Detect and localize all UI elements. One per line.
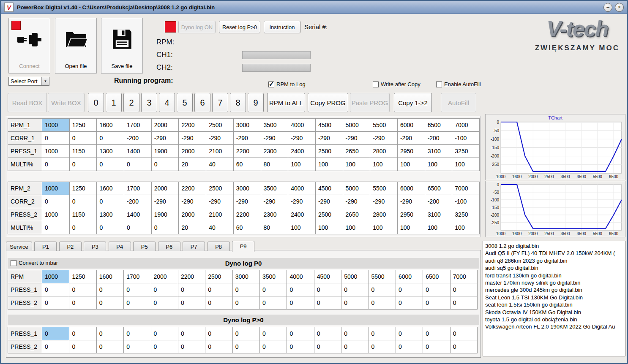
table-cell[interactable]: 1000 — [42, 182, 70, 195]
table-cell[interactable]: 100 — [288, 221, 316, 234]
table-cell[interactable]: 60 — [233, 158, 261, 171]
table-cell[interactable]: 100 — [370, 221, 398, 234]
tab-p5[interactable]: P5 — [133, 242, 156, 251]
table-cell[interactable]: 100 — [288, 158, 316, 171]
convert-to-mbar-checkbox[interactable]: Convert to mbar — [11, 260, 58, 266]
table-cell[interactable]: 0 — [396, 283, 423, 296]
save-file-button[interactable]: Save file — [101, 18, 143, 74]
table-cell[interactable]: 100 — [397, 158, 425, 171]
table-cell[interactable]: 1700 — [124, 182, 152, 195]
table-cell[interactable]: 0 — [232, 340, 259, 353]
table-cell[interactable]: 2200 — [178, 270, 205, 283]
table-cell[interactable]: 0 — [341, 327, 369, 340]
table-cell[interactable]: 7000 — [450, 270, 477, 283]
rpm-to-all-button[interactable]: RPM to ALL — [267, 93, 305, 112]
table-cell[interactable]: 3100 — [425, 145, 452, 158]
tab-p7[interactable]: P7 — [183, 242, 205, 251]
table-cell[interactable]: 2300 — [261, 208, 288, 221]
table-cell[interactable]: 80 — [261, 158, 288, 171]
table-cell[interactable]: 80 — [261, 221, 288, 234]
table-cell[interactable]: 0 — [450, 283, 477, 296]
table-cell[interactable]: 2400 — [288, 145, 316, 158]
table-cell[interactable]: 0 — [423, 327, 450, 340]
table-cell[interactable]: 0 — [287, 327, 314, 340]
table-cell[interactable]: 0 — [42, 158, 70, 171]
table-cell[interactable]: 0 — [96, 296, 123, 310]
minimize-button[interactable]: – — [603, 3, 612, 12]
digit-button-6[interactable]: 6 — [194, 93, 210, 112]
table-cell[interactable]: 100 — [315, 221, 343, 234]
table-cell[interactable]: 0 — [232, 283, 259, 296]
table-cell[interactable]: 0 — [96, 283, 123, 296]
table-cell[interactable]: 3000 — [233, 119, 261, 132]
table-cell[interactable]: 0 — [396, 327, 423, 340]
table-cell[interactable]: 0 — [96, 340, 123, 353]
table-cell[interactable]: 0 — [124, 340, 151, 353]
table-cell[interactable]: 20 — [179, 221, 206, 234]
table-cell[interactable]: 7000 — [452, 119, 480, 132]
table-cell[interactable]: 1700 — [124, 270, 151, 283]
table-cell[interactable]: 1600 — [96, 270, 123, 283]
file-list-item[interactable]: Skoda Octavia IV 150KM Go Digital.bin — [485, 309, 623, 316]
table-cell[interactable]: 0 — [124, 283, 151, 296]
digit-button-4[interactable]: 4 — [159, 93, 175, 112]
table-cell[interactable]: -290 — [288, 195, 316, 208]
table-cell[interactable]: 6000 — [396, 270, 423, 283]
table-cell[interactable]: 4500 — [314, 270, 341, 283]
digit-button-9[interactable]: 9 — [248, 93, 264, 112]
tab-p2[interactable]: P2 — [59, 242, 82, 251]
table-cell[interactable]: 0 — [124, 327, 151, 340]
table-cell[interactable]: 3250 — [452, 208, 480, 221]
table-cell[interactable]: 4500 — [315, 119, 343, 132]
table-cell[interactable]: 2300 — [261, 145, 288, 158]
table-cell[interactable]: 0 — [151, 296, 178, 310]
table-cell[interactable]: 0 — [151, 327, 178, 340]
table-cell[interactable]: 0 — [287, 340, 314, 353]
enable-autofill-checkbox[interactable]: Enable AutoFill — [436, 81, 481, 87]
table-cell[interactable]: 2400 — [288, 208, 316, 221]
table-cell[interactable]: -290 — [370, 132, 398, 145]
file-list-item[interactable]: 3008 1.2 go digital.bin — [485, 242, 623, 250]
table-cell[interactable]: 2100 — [206, 208, 234, 221]
tab-p8[interactable]: P8 — [208, 242, 230, 251]
file-list-item[interactable]: audi q8 286km 2023 go digital.bin — [485, 257, 623, 264]
table-cell[interactable]: 2500 — [315, 208, 343, 221]
file-list-item[interactable]: seat leon 1.5tsi 150km go digital.bin — [485, 301, 623, 308]
table-cell[interactable]: 2000 — [151, 182, 179, 195]
table-cell[interactable]: 3500 — [261, 182, 288, 195]
table-cell[interactable]: 0 — [369, 327, 396, 340]
table-cell[interactable]: 0 — [42, 283, 69, 296]
table-cell[interactable]: 7000 — [452, 182, 480, 195]
table-cell[interactable]: 2950 — [397, 208, 425, 221]
copy-1-to-2-button[interactable]: Copy 1->2 — [394, 93, 432, 112]
table-cell[interactable]: 0 — [341, 340, 369, 353]
table-cell[interactable]: 1700 — [124, 119, 152, 132]
table-cell[interactable]: 0 — [151, 340, 178, 353]
table-cell[interactable]: 1150 — [69, 208, 97, 221]
paste-prog-button[interactable]: Paste PROG — [350, 93, 390, 112]
table-cell[interactable]: 0 — [205, 340, 232, 353]
table-cell[interactable]: 4000 — [288, 119, 316, 132]
table-cell[interactable]: 2650 — [343, 208, 370, 221]
table-cell[interactable]: -290 — [206, 195, 234, 208]
table-cell[interactable]: 2800 — [370, 145, 398, 158]
table-cell[interactable]: 3250 — [452, 145, 480, 158]
table-cell[interactable]: 0 — [69, 283, 96, 296]
table-cell[interactable]: 0 — [178, 283, 205, 296]
tab-p3[interactable]: P3 — [84, 242, 106, 251]
table-cell[interactable]: 0 — [260, 296, 287, 310]
table-cell[interactable]: 0 — [314, 340, 341, 353]
digit-button-7[interactable]: 7 — [212, 93, 228, 112]
tab-p1[interactable]: P1 — [34, 242, 57, 251]
table-cell[interactable]: -290 — [343, 195, 370, 208]
table-cell[interactable]: 1250 — [69, 182, 97, 195]
table-cell[interactable]: 0 — [369, 340, 396, 353]
close-button[interactable]: × — [615, 3, 624, 12]
table-cell[interactable]: 0 — [42, 296, 69, 310]
table-cell[interactable]: 2200 — [179, 182, 206, 195]
table-cell[interactable]: 0 — [124, 296, 151, 310]
file-list-item[interactable]: Audi Q5 II (FY FL) 40 TDI MHEV 2.0 150kW… — [485, 250, 623, 257]
table-cell[interactable]: 0 — [151, 283, 178, 296]
table-cell[interactable]: -290 — [370, 195, 398, 208]
table-cell[interactable]: 2500 — [315, 145, 343, 158]
